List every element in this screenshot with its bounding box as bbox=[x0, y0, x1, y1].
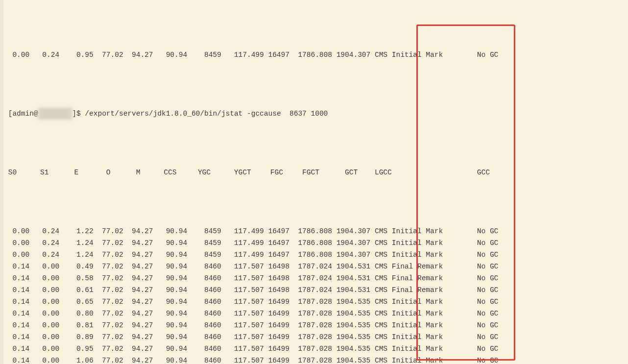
cell-e: 0.58 bbox=[59, 272, 94, 284]
cell-s0: 0.00 bbox=[4, 225, 29, 237]
col-ccs: CCS bbox=[153, 167, 188, 178]
table-row: 0.00 0.24 0.95 77.02 94.27 90.94 8459 11… bbox=[4, 49, 628, 61]
cell-s1: 0.00 bbox=[29, 355, 59, 364]
cell-lgcc: CMS Initial Mark bbox=[370, 225, 468, 237]
col-ygct: YGCT bbox=[221, 167, 264, 178]
cell-ccs: 90.94 bbox=[153, 225, 188, 237]
cell-ccs: 90.94 bbox=[153, 343, 188, 355]
table-row: 0.140.000.6577.0294.2790.948460117.50716… bbox=[4, 296, 628, 308]
cell-s0: 0.14 bbox=[4, 296, 29, 308]
cell-s1: 0.24 bbox=[29, 49, 59, 61]
cell-ygc: 8460 bbox=[187, 272, 221, 284]
cell-ygc: 8459 bbox=[187, 249, 221, 261]
cell-m: 94.27 bbox=[123, 319, 153, 331]
cell-ccs: 90.94 bbox=[153, 249, 188, 261]
terminal-output[interactable]: 0.00 0.24 0.95 77.02 94.27 90.94 8459 11… bbox=[0, 0, 628, 364]
cell-fgct: 1786.808 bbox=[290, 249, 332, 261]
cell-fgct: 1787.028 bbox=[290, 296, 332, 308]
cell-m: 94.27 bbox=[123, 331, 153, 343]
cell-ccs: 90.94 bbox=[153, 308, 188, 319]
cell-gcc: No GC bbox=[468, 308, 628, 319]
cell-fgct: 1787.024 bbox=[290, 272, 332, 284]
col-o: O bbox=[94, 167, 123, 178]
cell-fgc: 16498 bbox=[264, 261, 290, 272]
cell-s1: 0.00 bbox=[29, 308, 59, 319]
cell-o: 77.02 bbox=[94, 284, 123, 296]
cell-e: 0.81 bbox=[59, 319, 94, 331]
cell-m: 94.27 bbox=[123, 284, 153, 296]
cell-gct: 1904.535 bbox=[332, 331, 370, 343]
cell-gct: 1904.531 bbox=[332, 272, 370, 284]
cell-ccs: 90.94 bbox=[153, 319, 188, 331]
cell-e: 0.89 bbox=[59, 331, 94, 343]
cell-gcc: No GC bbox=[468, 319, 628, 331]
cell-e: 1.24 bbox=[59, 249, 94, 261]
col-fgc: FGC bbox=[264, 167, 290, 178]
cell-gcc: No GC bbox=[468, 237, 628, 249]
cell-o: 77.02 bbox=[94, 343, 123, 355]
prompt-host-blurred bbox=[38, 108, 72, 120]
col-fgct: FGCT bbox=[290, 167, 332, 178]
cell-fgc: 16498 bbox=[264, 272, 290, 284]
cell-gct: 1904.531 bbox=[332, 261, 370, 272]
cell-ygct: 117.507 bbox=[221, 319, 264, 331]
cell-lgcc: CMS Final Remark bbox=[370, 284, 468, 296]
cell-ygc: 8460 bbox=[187, 331, 221, 343]
cell-e: 0.65 bbox=[59, 296, 94, 308]
cell-o: 77.02 bbox=[94, 225, 123, 237]
cell-ygct: 117.507 bbox=[221, 308, 264, 319]
cell-ygct: 117.507 bbox=[221, 296, 264, 308]
cell-m: 94.27 bbox=[123, 355, 153, 364]
col-gcc: GCC bbox=[468, 167, 628, 178]
cell-ygct: 117.507 bbox=[221, 355, 264, 364]
cell-ygct: 117.507 bbox=[221, 261, 264, 272]
cell-gct: 1904.535 bbox=[332, 308, 370, 319]
cell-o: 77.02 bbox=[94, 355, 123, 364]
cell-e: 1.24 bbox=[59, 237, 94, 249]
cell-o: 77.02 bbox=[94, 296, 123, 308]
cell-ccs: 90.94 bbox=[153, 49, 188, 61]
cell-lgcc: CMS Initial Mark bbox=[370, 319, 468, 331]
cell-e: 0.80 bbox=[59, 308, 94, 319]
cell-gct: 1904.535 bbox=[332, 355, 370, 364]
cell-s1: 0.24 bbox=[29, 237, 59, 249]
cell-fgct: 1787.028 bbox=[290, 343, 332, 355]
cell-gct: 1904.535 bbox=[332, 296, 370, 308]
cell-gcc: No GC bbox=[468, 284, 628, 296]
cell-fgct: 1787.028 bbox=[290, 331, 332, 343]
table-row: 0.140.000.8077.0294.2790.948460117.50716… bbox=[4, 308, 628, 319]
cell-s0: 0.00 bbox=[4, 249, 29, 261]
cell-o: 77.02 bbox=[94, 308, 123, 319]
cell-lgcc: CMS Initial Mark bbox=[370, 331, 468, 343]
cell-ygc: 8459 bbox=[187, 225, 221, 237]
cell-gct: 1904.535 bbox=[332, 319, 370, 331]
prompt-prefix: [admin@ bbox=[4, 108, 38, 120]
cell-fgc: 16499 bbox=[264, 308, 290, 319]
cell-gcc: No GC bbox=[468, 249, 628, 261]
cell-s1: 0.00 bbox=[29, 343, 59, 355]
cell-gcc: No GC bbox=[468, 296, 628, 308]
table-row: 0.140.000.9577.0294.2790.948460117.50716… bbox=[4, 343, 628, 355]
cell-fgct: 1786.808 bbox=[290, 49, 332, 61]
cell-gcc: No GC bbox=[468, 331, 628, 343]
cell-fgct: 1787.028 bbox=[290, 308, 332, 319]
cell-fgc: 16497 bbox=[264, 249, 290, 261]
cell-gct: 1904.307 bbox=[332, 49, 370, 61]
cell-s1: 0.00 bbox=[29, 261, 59, 272]
cell-fgc: 16499 bbox=[264, 331, 290, 343]
cell-ccs: 90.94 bbox=[153, 272, 188, 284]
cell-m: 94.27 bbox=[123, 343, 153, 355]
cell-fgc: 16499 bbox=[264, 319, 290, 331]
cell-s1: 0.24 bbox=[29, 225, 59, 237]
cell-m: 94.27 bbox=[123, 308, 153, 319]
cell-ygc: 8460 bbox=[187, 308, 221, 319]
cell-e: 0.49 bbox=[59, 261, 94, 272]
prompt-suffix: ]$ bbox=[72, 108, 85, 120]
cell-s1: 0.00 bbox=[29, 284, 59, 296]
cell-lgcc: CMS Initial Mark bbox=[370, 49, 468, 61]
cell-gcc: No GC bbox=[468, 49, 628, 61]
cell-s1: 0.00 bbox=[29, 331, 59, 343]
cell-o: 77.02 bbox=[94, 261, 123, 272]
cell-ygct: 117.499 bbox=[221, 49, 264, 61]
cell-ygct: 117.507 bbox=[221, 284, 264, 296]
